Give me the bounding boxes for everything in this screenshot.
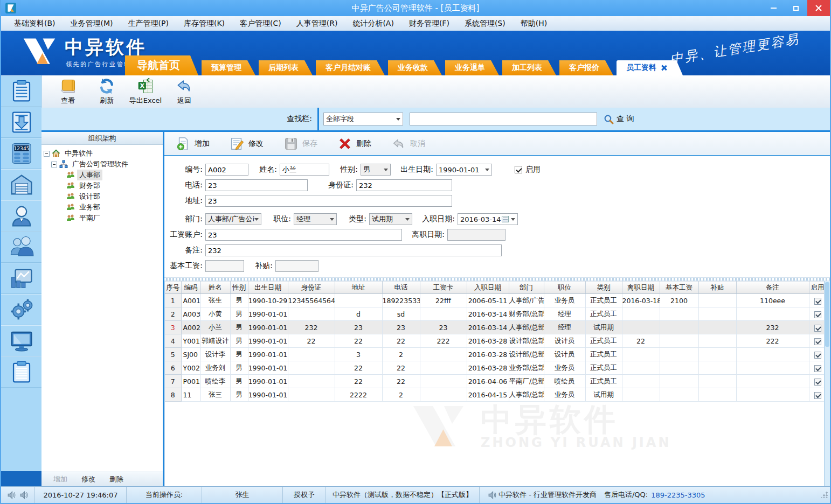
maximize-button[interactable] — [785, 0, 807, 16]
column-header[interactable]: 部门 — [509, 282, 544, 294]
sidebar-documents-button[interactable] — [1, 75, 41, 107]
address-field[interactable] — [205, 195, 452, 207]
column-header[interactable]: 基本工资 — [660, 282, 698, 294]
tab-close-icon[interactable] — [661, 65, 667, 71]
birth-date-select[interactable]: 1990-01-01 — [436, 164, 492, 176]
enabled-checkbox[interactable] — [814, 365, 821, 372]
menu-item[interactable]: 系统管理(S) — [457, 17, 513, 31]
sidebar-settings-button[interactable] — [1, 294, 41, 325]
table-row[interactable]: 5SJ00设计李男1990-01-01322016-03-28设计部/总部设计员… — [165, 348, 826, 361]
menu-item[interactable]: 业务管理(M) — [63, 17, 121, 31]
speaker-icon[interactable] — [19, 491, 29, 499]
enabled-checkbox[interactable] — [814, 325, 821, 332]
table-row[interactable]: 4Y001郭靖设计男1990-01-012222222222016-03-28设… — [165, 334, 826, 348]
speaker-icon[interactable] — [7, 491, 16, 499]
search-button[interactable]: 查 询 — [604, 114, 634, 124]
tab-客户报价[interactable]: 客户报价 — [559, 60, 613, 75]
column-header[interactable]: 类别 — [585, 282, 622, 294]
sidebar-calculator-button[interactable]: 12345 — [1, 138, 41, 169]
tree-edit-button[interactable]: 修改 — [81, 474, 95, 484]
tab-业务收款[interactable]: 业务收款 — [388, 60, 442, 75]
table-row[interactable]: 2A003小黄男1990-01-01dsd2016-03-14财务部/总部经理正… — [165, 307, 826, 321]
menu-item[interactable]: 人事管理(R) — [289, 17, 345, 31]
menu-item[interactable]: 帮助(H) — [513, 17, 555, 31]
column-header[interactable]: 职位 — [544, 282, 585, 294]
tab-employee-data-active[interactable]: 员工资料 — [617, 60, 683, 75]
table-row[interactable]: 7P001喷绘李男1990-01-0122222016-04-06平南厂/总部喷… — [165, 375, 826, 388]
enabled-checkbox[interactable] — [515, 166, 522, 173]
table-row[interactable]: 6Y002业务刘男1990-01-0122222016-03-28业务部/总部业… — [165, 361, 826, 375]
enabled-checkbox[interactable] — [814, 298, 821, 305]
table-row[interactable]: 811张三男1990-01-01222222016-04-15人事部/总部业务员… — [165, 388, 826, 402]
tab-业务退单[interactable]: 业务退单 — [445, 60, 499, 75]
column-header[interactable]: 地址 — [335, 282, 382, 294]
splitter-handle[interactable] — [164, 277, 830, 281]
column-header[interactable]: 备注 — [736, 282, 809, 294]
return-button[interactable]: 返回 — [165, 77, 204, 106]
sidebar-import-button[interactable] — [1, 107, 41, 138]
collapse-icon[interactable] — [51, 162, 57, 167]
sidebar-customers-button[interactable] — [1, 232, 41, 263]
column-header[interactable]: 出生日期 — [248, 282, 288, 294]
column-header[interactable]: 补贴 — [698, 282, 736, 294]
resize-grip[interactable] — [821, 492, 828, 498]
tab-客户月结对账[interactable]: 客户月结对账 — [316, 60, 385, 75]
collapse-icon[interactable] — [44, 151, 50, 157]
base-salary-field[interactable] — [205, 260, 244, 272]
view-button[interactable]: 查看 — [49, 77, 87, 106]
menu-item[interactable]: 基础资料(B) — [6, 17, 63, 31]
sidebar-warehouse-button[interactable] — [1, 169, 41, 200]
tree-department-item[interactable]: 人事部 — [41, 170, 163, 180]
sidebar-statistics-button[interactable] — [1, 263, 41, 294]
sidebar-employee-button[interactable] — [1, 200, 41, 232]
tree-delete-button[interactable]: 删除 — [109, 474, 123, 484]
tree-department-item[interactable]: 业务部 — [41, 202, 163, 213]
tree-department-item[interactable]: 财务部 — [41, 180, 163, 191]
column-header[interactable]: 姓名 — [200, 282, 230, 294]
speaker-icon[interactable] — [488, 491, 497, 499]
department-select[interactable]: 人事部/广告公i — [205, 213, 261, 225]
tree-department-item[interactable]: 设计部 — [41, 191, 163, 202]
type-select[interactable]: 试用期 — [369, 213, 412, 225]
vertical-scrollbar[interactable] — [824, 281, 830, 486]
close-button[interactable] — [807, 0, 830, 16]
enabled-checkbox[interactable] — [814, 392, 821, 399]
edit-record-button[interactable]: 修改 — [230, 137, 264, 151]
table-row[interactable]: 3A002小兰男1990-01-012322323232016-03-14人事部… — [165, 321, 826, 334]
column-header[interactable]: 编码 — [181, 282, 200, 294]
column-header[interactable]: 工资卡 — [420, 282, 467, 294]
refresh-button[interactable]: 刷新 — [87, 77, 126, 106]
tab-加工列表[interactable]: 加工列表 — [502, 60, 556, 75]
tab-home[interactable]: 导航首页 — [125, 55, 198, 75]
subsidy-field[interactable] — [275, 260, 318, 272]
tree-company-item[interactable]: 广告公司管理软件 — [41, 159, 163, 170]
enabled-checkbox[interactable] — [814, 311, 821, 318]
delete-record-button[interactable]: 删除 — [338, 137, 371, 151]
column-header[interactable]: 离职日期 — [622, 282, 660, 294]
menu-item[interactable]: 生产管理(P) — [121, 17, 176, 31]
phone-field[interactable] — [205, 179, 308, 191]
leave-date-field[interactable] — [447, 229, 505, 241]
tree-department-item[interactable]: 平南厂 — [41, 213, 163, 223]
code-field[interactable] — [205, 164, 248, 176]
name-field[interactable] — [280, 164, 329, 176]
enabled-checkbox[interactable] — [814, 338, 821, 345]
column-header[interactable]: 入职日期 — [467, 282, 509, 294]
column-header[interactable]: 序号 — [165, 282, 181, 294]
column-header[interactable]: 电话 — [382, 282, 420, 294]
add-record-button[interactable]: 增加 — [176, 137, 210, 151]
minimize-button[interactable] — [762, 0, 785, 16]
search-field-select[interactable]: 全部字段 — [323, 113, 403, 125]
column-header[interactable]: 身份证 — [288, 282, 335, 294]
tree-root-item[interactable]: 中异软件 — [41, 148, 163, 159]
hire-date-picker[interactable]: 2016-03-14 — [458, 213, 518, 225]
sidebar-workstation-button[interactable] — [1, 325, 41, 356]
remark-field[interactable] — [205, 244, 502, 256]
tab-后期列表[interactable]: 后期列表 — [259, 60, 313, 75]
table-row[interactable]: 1A001张生男1990-10-291234556456418922353322… — [165, 294, 826, 307]
menu-item[interactable]: 财务管理(F) — [401, 17, 457, 31]
menu-item[interactable]: 客户管理(C) — [232, 17, 289, 31]
gender-select[interactable]: 男 — [361, 164, 391, 176]
salary-account-field[interactable] — [205, 229, 402, 241]
enabled-checkbox[interactable] — [814, 352, 821, 359]
